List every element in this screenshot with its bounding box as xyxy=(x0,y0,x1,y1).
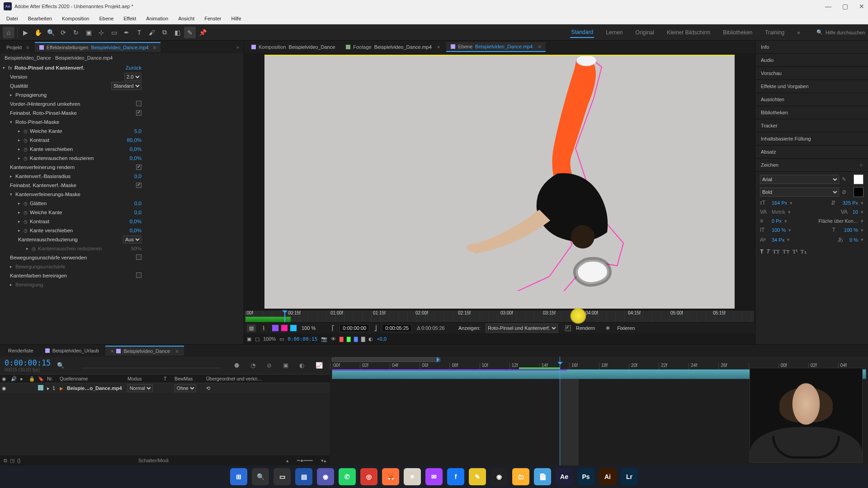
snapshot-icon[interactable]: 📷 xyxy=(321,336,327,342)
opacity-value[interactable]: 100 % xyxy=(299,324,318,332)
tab-effekteinstellungen[interactable]: Effekteinstellungen Beispielvideo_Dance.… xyxy=(35,42,160,52)
panel-menu-icon[interactable]: ≡ xyxy=(538,44,541,49)
toggle-switches-1[interactable]: ⧉ xyxy=(4,458,7,464)
workspace-standard[interactable]: Standard xyxy=(570,27,594,38)
freeze-label[interactable]: Fixieren xyxy=(615,324,637,332)
font-weight-select[interactable]: Bold xyxy=(760,188,839,197)
video-toggle[interactable]: ◉ xyxy=(0,385,9,391)
person-icon[interactable]: 🚶 xyxy=(259,324,269,332)
fill-swatch[interactable] xyxy=(854,174,863,184)
chatter-select[interactable]: Aus xyxy=(123,235,142,244)
taskbar-widgets[interactable]: ▤ xyxy=(295,468,312,485)
menu-datei[interactable]: Datei xyxy=(2,14,23,23)
work-area[interactable] xyxy=(332,357,440,362)
smooth-value[interactable]: 0,0 xyxy=(134,201,241,206)
no-color-icon[interactable]: ⊘ xyxy=(842,189,851,195)
freeze-icon[interactable]: ❄ xyxy=(604,324,612,332)
trkmat-select[interactable]: Ohne xyxy=(175,384,196,392)
show-view-select[interactable]: Roto-Pinsel und Kantenverf. xyxy=(486,324,558,333)
fine-refine-checkbox[interactable] xyxy=(136,183,142,188)
channel-a[interactable]: ▇ xyxy=(361,336,365,342)
menu-effekt[interactable]: Effekt xyxy=(119,14,141,23)
exposure-offset[interactable]: +0,0 xyxy=(377,336,387,342)
feather-value[interactable]: 5,0 xyxy=(134,128,241,134)
menu-fenster[interactable]: Fenster xyxy=(200,14,226,23)
blend-mode-select[interactable]: Normal xyxy=(127,384,153,392)
base-radius-value[interactable]: 0,0 xyxy=(134,174,241,179)
region-icon[interactable]: ▭ xyxy=(279,336,284,342)
render-refine-checkbox[interactable] xyxy=(136,164,142,170)
subscript[interactable]: T₁ xyxy=(801,248,807,255)
version-select[interactable]: 2.0 xyxy=(124,73,142,81)
zoom-value[interactable]: 100% xyxy=(263,336,276,342)
channel-b[interactable]: ▇ xyxy=(354,336,358,342)
comp-flowchart-icon[interactable]: ⬣ xyxy=(234,362,244,369)
close-button[interactable]: ✕ xyxy=(859,3,864,10)
taskbar-files[interactable]: 🗀 xyxy=(512,468,529,485)
toggle-switches-2[interactable]: ◳ xyxy=(10,458,14,464)
alpha-toggle[interactable]: ▧ xyxy=(247,324,256,332)
fx-reset[interactable]: Zurück xyxy=(126,65,241,70)
panel-effekte-vorgaben[interactable]: Effekte und Vorgaben xyxy=(755,80,868,93)
toggle-switches-3[interactable]: {} xyxy=(17,458,20,463)
stopwatch-icon[interactable]: ◷ xyxy=(24,156,30,161)
current-time-indicator[interactable] xyxy=(284,310,285,322)
vscale-value[interactable]: 100 % xyxy=(772,227,786,233)
tab-urlaub[interactable]: Beispielvideo_Urlaub xyxy=(40,346,104,355)
rotate-tool[interactable]: ↻ xyxy=(70,27,82,38)
taskbar-messenger[interactable]: ✉ xyxy=(425,468,443,485)
clone-tool[interactable]: ⧉ xyxy=(159,27,170,38)
faux-bold[interactable]: T xyxy=(760,248,764,255)
minimize-button[interactable]: — xyxy=(825,3,831,10)
panel-info[interactable]: Info xyxy=(755,41,868,54)
taskbar-notepad[interactable]: 📄 xyxy=(534,468,551,485)
layer-name[interactable]: Beispie…o_Dance.mp4 xyxy=(65,385,126,391)
taskbar-ae[interactable]: Ae xyxy=(556,468,573,485)
taskbar-whatsapp[interactable]: ✆ xyxy=(339,468,356,485)
stopwatch-icon[interactable]: ◷ xyxy=(24,129,30,134)
panel-tracker[interactable]: Tracker xyxy=(755,119,868,132)
contrast2-value[interactable]: 0,0% xyxy=(130,219,241,224)
taskbar-ps[interactable]: Ps xyxy=(577,468,594,485)
panel-absatz[interactable]: Absatz xyxy=(755,145,868,159)
baseline-value[interactable]: 34 Px xyxy=(772,237,784,243)
workspace-overflow-icon[interactable]: » xyxy=(796,28,801,38)
workspace-bibliotheken[interactable]: Bibliotheken xyxy=(722,28,753,38)
roto-bg-swatch[interactable] xyxy=(290,325,297,331)
tl-search-input[interactable] xyxy=(81,362,220,368)
layer-time-ruler[interactable]: :00f00:15f01:00f01:15f02:00f02:15f03:00f… xyxy=(244,310,755,323)
tab-dance[interactable]: ×Beispielvideo_Dance≡ xyxy=(105,346,184,356)
decon-checkbox[interactable] xyxy=(136,272,142,278)
taskbar-lr[interactable]: Lr xyxy=(621,468,638,485)
graph-editor-icon[interactable]: 📈 xyxy=(316,362,326,369)
stroke-swatch[interactable] xyxy=(854,187,863,197)
tab-layer[interactable]: EbeneBeispielvideo_Dance.mp4≡ xyxy=(446,42,545,52)
parent-pick-icon[interactable]: ⟲ xyxy=(204,385,212,391)
quality-select[interactable]: Standard xyxy=(111,82,142,90)
taskbar-start[interactable]: ⊞ xyxy=(230,468,247,485)
stopwatch-icon[interactable]: ◷ xyxy=(24,147,30,152)
stopwatch-icon[interactable]: ◷ xyxy=(24,228,30,233)
layer-row[interactable]: ◉ ▸ 1 ▶ Beispie…o_Dance.mp4 Normal Ohne … xyxy=(0,383,330,393)
puppet-tool[interactable]: 📌 xyxy=(197,27,208,38)
tab-footage[interactable]: FootageBeispielvideo_Dance.mp4× xyxy=(341,42,444,52)
shift-value[interactable]: 0,0% xyxy=(130,146,241,152)
noise-value[interactable]: 0,0% xyxy=(130,155,241,161)
stroke-width-value[interactable]: 0 Px xyxy=(772,218,782,224)
pen-tool[interactable]: ✒ xyxy=(121,27,132,38)
panel-menu-icon[interactable]: ≡ xyxy=(153,45,156,50)
taskbar-notes[interactable]: ✎ xyxy=(469,468,486,485)
menu-bearbeiten[interactable]: Bearbeiten xyxy=(24,14,57,23)
out-bracket-icon[interactable]: ⎦ xyxy=(372,324,379,332)
panel-bibliotheken[interactable]: Bibliotheken xyxy=(755,106,868,119)
zoom-in-icon[interactable]: ▾▴ xyxy=(321,458,326,464)
taskbar-app-red[interactable]: ◎ xyxy=(360,468,377,485)
taskbar-obs[interactable]: ◉ xyxy=(491,468,508,485)
stopwatch-icon[interactable]: ◷ xyxy=(24,138,30,143)
workspace-kleiner[interactable]: Kleiner Bildschirm xyxy=(666,28,711,38)
eraser-tool[interactable]: ◧ xyxy=(171,27,183,38)
fine-roto-checkbox[interactable] xyxy=(136,110,142,116)
zoom-out-icon[interactable]: ▴ xyxy=(286,458,289,464)
menu-ansicht[interactable]: Ansicht xyxy=(174,14,199,23)
motion-blur-icon[interactable]: ◐ xyxy=(299,362,309,369)
